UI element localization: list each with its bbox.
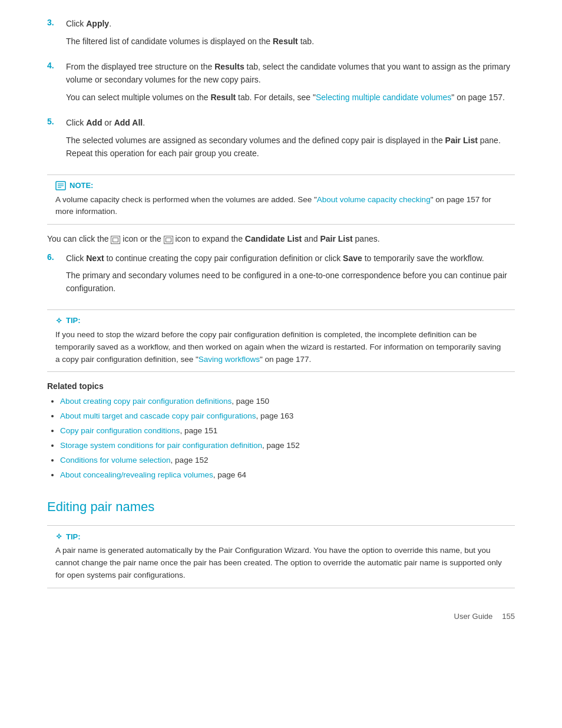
related-topics-list: About creating copy pair configuration d… [47, 396, 515, 482]
note-text: A volume capacity check is performed whe… [55, 194, 507, 219]
result-tab-label2: Result [210, 93, 236, 102]
step-3: 3. Click Apply. The filtered list of can… [47, 18, 515, 52]
step-6-number: 6. [47, 252, 66, 300]
note-icon [55, 181, 66, 190]
page-footer: User Guide 155 [47, 612, 515, 621]
step-6-content: Click Next to continue creating the copy… [66, 252, 515, 300]
step-3-action: Click Apply. [66, 18, 515, 31]
step-6-action: Click Next to continue creating the copy… [66, 252, 515, 265]
related-link-3[interactable]: Copy pair configuration conditions [60, 426, 180, 435]
step-4-number: 4. [47, 61, 66, 108]
step-6-description: The primary and secondary volumes need t… [66, 269, 515, 295]
expand-icon-1 [111, 236, 120, 244]
note-box: NOTE: A volume capacity check is perform… [47, 174, 515, 225]
step-5: 5. Click Add or Add All. The selected vo… [47, 117, 515, 164]
step-3-number: 3. [47, 18, 66, 52]
related-link-4[interactable]: Storage system conditions for pair confi… [60, 441, 262, 450]
apply-label: Apply [86, 19, 109, 28]
add-label: Add [86, 118, 102, 127]
volume-capacity-link[interactable]: About volume capacity checking [317, 195, 431, 204]
inline-instruction-text: You can click the icon or the icon to ex… [47, 234, 515, 243]
step-6: 6. Click Next to continue creating the c… [47, 252, 515, 300]
step-4-note: You can select multiple volumes on the R… [66, 91, 515, 104]
list-item: About creating copy pair configuration d… [60, 396, 515, 408]
inline-instruction: You can click the icon or the icon to ex… [47, 234, 515, 243]
step-3-description: The filtered list of candidate volumes i… [66, 35, 515, 48]
section-title-editing-pair-names: Editing pair names [47, 499, 515, 515]
step-4-content: From the displayed tree structure on the… [66, 61, 515, 108]
tip-1-icon: ✧ [55, 316, 62, 325]
tip-1-header: ✧ TIP: [55, 316, 507, 325]
next-label: Next [86, 253, 104, 263]
candidate-list-label: Candidate List [245, 234, 302, 243]
tip-1-label: TIP: [66, 316, 81, 325]
saving-workflows-link[interactable]: Saving workflows [199, 355, 260, 364]
tip-2-icon: ✧ [55, 532, 62, 541]
related-topics-title: Related topics [47, 381, 515, 391]
related-topics: Related topics About creating copy pair … [47, 381, 515, 482]
related-link-1[interactable]: About creating copy pair configuration d… [60, 397, 232, 406]
list-item: About concealing/revealing replica volum… [60, 469, 515, 482]
tip-2-label: TIP: [66, 532, 81, 541]
step-3-content: Click Apply. The filtered list of candid… [66, 18, 515, 52]
step-4-description: From the displayed tree structure on the… [66, 61, 515, 86]
footer-label: User Guide [454, 612, 493, 621]
footer-page-number: 155 [502, 612, 515, 621]
pair-list-label: Pair List [445, 136, 478, 145]
step-5-description: The selected volumes are assigned as sec… [66, 134, 515, 160]
list-item: About multi target and cascade copy pair… [60, 410, 515, 423]
list-item: Storage system conditions for pair confi… [60, 440, 515, 452]
expand-icon-2 [164, 236, 173, 244]
tip-box-2: ✧ TIP: A pair name is generated automati… [47, 525, 515, 588]
list-item: Conditions for volume selection, page 15… [60, 454, 515, 467]
result-tab-label: Result [273, 37, 298, 46]
tip-1-text: If you need to stop the wizard before th… [55, 329, 507, 366]
pair-list-label2: Pair List [320, 234, 352, 243]
selecting-volumes-link[interactable]: Selecting multiple candidate volumes [316, 93, 451, 102]
tip-2-text: A pair name is generated automatically b… [55, 545, 507, 582]
step-5-number: 5. [47, 117, 66, 164]
tip-box-1: ✧ TIP: If you need to stop the wizard be… [47, 309, 515, 373]
save-label: Save [343, 253, 362, 263]
step-4: 4. From the displayed tree structure on … [47, 61, 515, 108]
step-5-content: Click Add or Add All. The selected volum… [66, 117, 515, 164]
related-link-6[interactable]: About concealing/revealing replica volum… [60, 470, 213, 479]
list-item: Copy pair configuration conditions, page… [60, 425, 515, 437]
related-link-5[interactable]: Conditions for volume selection [60, 456, 171, 465]
note-label: NOTE: [70, 181, 93, 190]
step-5-action: Click Add or Add All. [66, 117, 515, 130]
tip-2-header: ✧ TIP: [55, 532, 507, 541]
related-link-2[interactable]: About multi target and cascade copy pair… [60, 411, 256, 420]
note-header: NOTE: [55, 181, 507, 190]
add-all-label: Add All [114, 118, 143, 127]
results-tab-label: Results [214, 62, 244, 71]
